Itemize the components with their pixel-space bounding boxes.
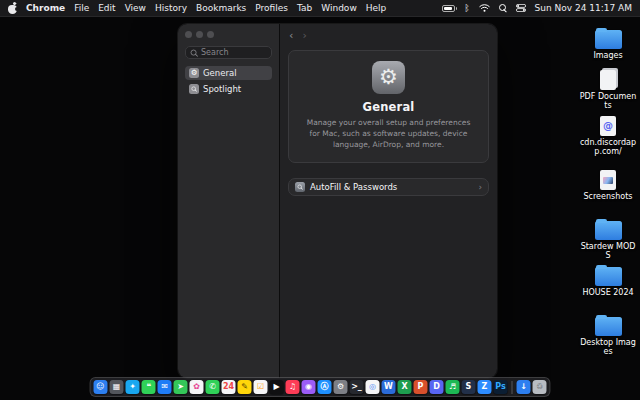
key-icon — [295, 182, 305, 192]
trash-icon: ♲ — [536, 383, 543, 391]
desktop-icon-label: Images — [579, 51, 637, 60]
desktop-icon-label: Stardew MODS — [579, 242, 637, 260]
autofill-passwords-row[interactable]: AutoFill & Passwords › — [288, 178, 489, 196]
photos-icon: ✿ — [193, 383, 200, 391]
dock: ☺ ▦ ✦ ❝ ✉ ➤ ✿ ✆ 24 ✎ ☑ ▶ ♫ ◉ Ⓐ ⚙ >_ ◎ W … — [90, 377, 551, 397]
dock-item-powerpoint[interactable]: P — [414, 380, 428, 394]
messages-icon: ❝ — [146, 383, 151, 391]
dock-item-finder[interactable]: ☺ — [94, 380, 108, 394]
dock-item-steam[interactable]: S — [462, 380, 476, 394]
desktop-icon-stardew-mods[interactable]: Stardew MODS — [579, 221, 637, 260]
page-title: General — [301, 100, 476, 114]
desktop-icon-images[interactable]: Images — [579, 30, 637, 60]
menu-app-chrome[interactable]: Chrome — [26, 3, 65, 13]
bluetooth-icon[interactable]: ᛒ — [464, 3, 469, 13]
settings-search — [185, 46, 272, 59]
app-store-icon: Ⓐ — [321, 383, 329, 391]
weblink-icon: @ — [600, 116, 616, 136]
desktop-icon-screenshots[interactable]: Screenshots — [579, 170, 637, 201]
maps-icon: ➤ — [177, 383, 184, 391]
dock-separator — [512, 381, 513, 394]
dock-item-messages[interactable]: ❝ — [142, 380, 156, 394]
launchpad-icon: ▦ — [113, 383, 121, 391]
podcasts-icon: ◉ — [305, 383, 312, 391]
dock-item-mail[interactable]: ✉ — [158, 380, 172, 394]
desktop-icon-cdn-discordapp[interactable]: @ cdn.discordapp.com/ — [579, 116, 637, 156]
dock-item-excel[interactable]: X — [398, 380, 412, 394]
spotlight-icon — [189, 84, 199, 94]
desktop-icon-pdf-documents[interactable]: PDF Documents — [579, 70, 637, 110]
dock-item-photos[interactable]: ✿ — [190, 380, 204, 394]
chevron-right-icon: › — [478, 182, 482, 192]
forward-icon[interactable]: › — [302, 30, 306, 41]
menu-bookmarks[interactable]: Bookmarks — [196, 3, 246, 13]
menu-window[interactable]: Window — [321, 3, 357, 13]
menu-file[interactable]: File — [74, 3, 89, 13]
search-icon[interactable] — [499, 4, 507, 12]
dock-item-calendar[interactable]: 24 — [222, 380, 236, 394]
menu-profiles[interactable]: Profiles — [255, 3, 288, 13]
apple-menu-icon[interactable] — [8, 3, 17, 14]
sidebar-item-label: General — [203, 68, 237, 78]
zoom-icon: Z — [482, 383, 488, 391]
general-hero-card: ⚙ General Manage your overall setup and … — [288, 50, 489, 163]
spotify-icon: ♬ — [449, 383, 456, 391]
dock-item-spotify[interactable]: ♬ — [446, 380, 460, 394]
dock-item-chrome[interactable]: ◎ — [366, 380, 380, 394]
mail-icon: ✉ — [161, 383, 168, 391]
folder-icon — [595, 267, 622, 286]
sidebar-item-label: Spotlight — [203, 84, 241, 94]
search-input[interactable] — [201, 48, 267, 57]
finder-icon: ☺ — [96, 383, 104, 391]
dock-item-settings[interactable]: ⚙ — [334, 380, 348, 394]
minimize-button[interactable] — [196, 31, 203, 38]
close-button[interactable] — [185, 31, 192, 38]
dock-item-app-store[interactable]: Ⓐ — [318, 380, 332, 394]
dock-item-terminal[interactable]: >_ — [350, 380, 364, 394]
dock-item-maps[interactable]: ➤ — [174, 380, 188, 394]
back-icon[interactable]: ‹ — [289, 30, 293, 41]
settings-sidebar: ⚙ General Spotlight — [178, 24, 280, 378]
dock-item-podcasts[interactable]: ◉ — [302, 380, 316, 394]
dock-item-photoshop[interactable]: Ps — [494, 380, 508, 394]
dock-item-word[interactable]: W — [382, 380, 396, 394]
control-center-icon[interactable] — [516, 4, 526, 12]
menu-tab[interactable]: Tab — [297, 3, 312, 13]
music-icon: ♫ — [289, 383, 296, 391]
menu-view[interactable]: View — [125, 3, 146, 13]
sidebar-item-spotlight[interactable]: Spotlight — [185, 82, 272, 96]
row-label: AutoFill & Passwords — [310, 182, 397, 192]
sidebar-item-general[interactable]: ⚙ General — [185, 66, 272, 80]
dock-item-tv[interactable]: ▶ — [270, 380, 284, 394]
steam-icon: S — [466, 383, 472, 391]
desktop-icon-house-2024[interactable]: HOUSE 2024 — [579, 267, 637, 297]
documents-icon — [600, 70, 616, 90]
folder-icon — [595, 30, 622, 49]
dock-item-facetime[interactable]: ✆ — [206, 380, 220, 394]
dock-item-reminders[interactable]: ☑ — [254, 380, 268, 394]
excel-icon: X — [401, 383, 407, 391]
dock-item-downloads[interactable]: ↓ — [517, 380, 531, 394]
menu-history[interactable]: History — [155, 3, 187, 13]
dock-item-trash[interactable]: ♲ — [533, 380, 547, 394]
wifi-icon[interactable] — [479, 4, 490, 12]
dock-item-zoom[interactable]: Z — [478, 380, 492, 394]
dock-item-safari[interactable]: ✦ — [126, 380, 140, 394]
dock-item-notes[interactable]: ✎ — [238, 380, 252, 394]
dock-item-music[interactable]: ♫ — [286, 380, 300, 394]
menu-bar-clock[interactable]: Sun Nov 24 11:17 AM — [535, 3, 632, 13]
tv-icon: ▶ — [273, 383, 279, 391]
dock-item-discord[interactable]: D — [430, 380, 444, 394]
gear-icon: ⚙ — [189, 68, 199, 78]
discord-icon: D — [433, 383, 440, 391]
desktop-icon-desktop-images[interactable]: Desktop Images — [579, 317, 637, 356]
menu-bar: Chrome File Edit View History Bookmarks … — [0, 0, 640, 17]
zoom-button[interactable] — [207, 31, 214, 38]
menu-help[interactable]: Help — [366, 3, 387, 13]
window-controls — [185, 31, 272, 38]
screenshot-icon — [600, 170, 616, 190]
facetime-icon: ✆ — [209, 383, 216, 391]
battery-icon[interactable] — [442, 5, 455, 12]
dock-item-launchpad[interactable]: ▦ — [110, 380, 124, 394]
menu-edit[interactable]: Edit — [98, 3, 115, 13]
